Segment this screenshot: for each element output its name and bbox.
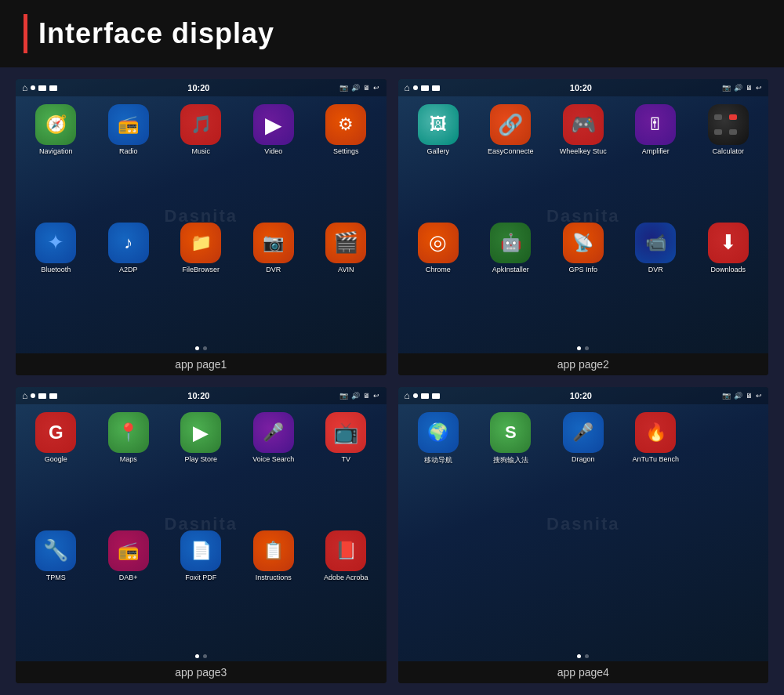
app-gpsinfo[interactable]: 📡 GPS Info — [550, 223, 618, 336]
app-easyconnect[interactable]: 🔗 EasyConnecte — [477, 104, 545, 218]
back-icon-3[interactable]: ↩ — [373, 392, 379, 400]
app-video[interactable]: ▶ Video — [240, 104, 308, 218]
app-radio[interactable]: 📻 Radio — [95, 104, 163, 218]
antutu-icon: 🔥 — [635, 412, 676, 453]
back-icon-4[interactable]: ↩ — [756, 392, 762, 400]
app-avin[interactable]: 🎬 AVIN — [312, 223, 380, 336]
status-dot-3 — [31, 393, 35, 398]
app-acroba[interactable]: 📕 Adobe Acroba — [312, 530, 380, 644]
dvr2-icon: 📹 — [635, 223, 676, 263]
a2dp-icon: ♪ — [108, 223, 149, 263]
app-sougou[interactable]: S 搜狗输入法 — [477, 412, 545, 643]
app-grid-4: 🌍 移动导航 S 搜狗输入法 🎤 Dragon 🔥 AnTuTu Bench — [398, 404, 769, 651]
status-rect-8 — [432, 393, 440, 399]
camera-icon-1: 📷 — [339, 84, 348, 92]
app-tv[interactable]: 📺 TV — [312, 412, 380, 526]
app-navi2[interactable]: 🌍 移动导航 — [405, 412, 473, 643]
app-amplifier[interactable]: 🎚 Amplifier — [622, 104, 690, 218]
header-accent-bar — [24, 14, 27, 53]
video-label: Video — [264, 147, 282, 155]
avin-icon: 🎬 — [325, 223, 366, 263]
page-header: Interface display — [0, 0, 784, 67]
radio-label: Radio — [119, 147, 138, 155]
home-icon-1[interactable]: ⌂ — [22, 82, 27, 93]
dot-3-2 — [203, 654, 207, 658]
screen-icon-3: 🖥 — [363, 392, 370, 400]
status-left-2: ⌂ — [405, 82, 440, 93]
dvr2-label: DVR — [648, 266, 663, 273]
foxitpdf-icon: 📄 — [180, 530, 221, 571]
status-rect-2 — [49, 85, 57, 91]
app-settings[interactable]: ⚙ Settings — [312, 104, 380, 218]
volume-icon-4[interactable]: 🔊 — [734, 392, 742, 400]
downloads-icon: ⬇ — [708, 223, 749, 263]
status-dot-4 — [413, 393, 418, 398]
app-apkinstaller[interactable]: 🤖 ApkInstaller — [477, 223, 545, 336]
app-playstore[interactable]: ▶ Play Store — [167, 412, 235, 526]
tv-label: TV — [341, 455, 350, 463]
tpms-label: TPMS — [46, 574, 66, 581]
status-rect-3 — [421, 85, 429, 91]
app-google[interactable]: G Google — [22, 412, 90, 526]
status-time-2: 10:20 — [570, 83, 592, 92]
dots-4 — [398, 651, 769, 661]
app-antutu[interactable]: 🔥 AnTuTu Bench — [622, 412, 690, 643]
sougou-label: 搜狗输入法 — [493, 455, 528, 465]
home-icon-2[interactable]: ⌂ — [405, 82, 410, 93]
app-calculator[interactable]: Calculator — [695, 104, 763, 218]
dot-1-2 — [203, 346, 207, 350]
screen-icon-2: 🖥 — [746, 84, 753, 92]
app-filebrowser[interactable]: 📁 FileBrowser — [167, 223, 235, 336]
app-dvr[interactable]: 📷 DVR — [240, 223, 308, 336]
app-instructions[interactable]: 📋 Instructions — [240, 530, 308, 644]
amplifier-icon: 🎚 — [635, 104, 676, 145]
volume-icon-3[interactable]: 🔊 — [351, 392, 360, 400]
calculator-label: Calculator — [712, 147, 744, 155]
status-bar-4: ⌂ 10:20 📷 🔊 🖥 ↩ — [398, 387, 769, 404]
voicesearch-icon: 🎤 — [253, 412, 294, 453]
sougou-icon: S — [490, 412, 531, 453]
gallery-icon: 🖼 — [418, 104, 459, 145]
app-dragon[interactable]: 🎤 Dragon — [550, 412, 618, 643]
app-dab[interactable]: 📻 DAB+ — [95, 530, 163, 644]
app-gallery[interactable]: 🖼 Gallery — [405, 104, 473, 218]
app-downloads[interactable]: ⬇ Downloads — [695, 223, 763, 336]
app-a2dp[interactable]: ♪ A2DP — [95, 223, 163, 336]
status-rect-4 — [432, 85, 440, 91]
app-maps[interactable]: 📍 Maps — [95, 412, 163, 526]
tpms-icon: 🔧 — [35, 530, 76, 571]
settings-label: Settings — [333, 147, 359, 155]
panel-label-2: app page2 — [398, 353, 769, 375]
dot-3-1 — [195, 654, 199, 658]
app-voicesearch[interactable]: 🎤 Voice Search — [240, 412, 308, 526]
dots-3 — [16, 651, 387, 661]
home-icon-3[interactable]: ⌂ — [22, 390, 27, 401]
voicesearch-label: Voice Search — [252, 455, 294, 463]
app-navigation[interactable]: 🧭 Navigation — [22, 104, 90, 218]
app-foxitpdf[interactable]: 📄 Foxit PDF — [167, 530, 235, 644]
home-icon-4[interactable]: ⌂ — [405, 390, 410, 401]
app-chrome[interactable]: ◎ Chrome — [405, 223, 473, 336]
gallery-label: Gallery — [426, 147, 449, 155]
dot-1-1 — [195, 346, 199, 350]
navi2-icon: 🌍 — [418, 412, 459, 453]
volume-icon-2[interactable]: 🔊 — [734, 84, 742, 92]
dot-4-2 — [585, 654, 589, 658]
apkinstaller-icon: 🤖 — [490, 223, 531, 263]
status-right-1: 📷 🔊 🖥 ↩ — [339, 84, 379, 92]
app-tpms[interactable]: 🔧 TPMS — [22, 530, 90, 644]
back-icon-1[interactable]: ↩ — [373, 84, 379, 92]
camera-icon-2: 📷 — [722, 84, 731, 92]
back-icon-2[interactable]: ↩ — [756, 84, 762, 92]
status-bar-1: ⌂ 10:20 📷 🔊 🖥 ↩ — [16, 79, 387, 96]
app-dvr2[interactable]: 📹 DVR — [622, 223, 690, 336]
volume-icon-1[interactable]: 🔊 — [351, 84, 360, 92]
status-right-4: 📷 🔊 🖥 ↩ — [722, 392, 762, 400]
app-wheelkey[interactable]: 🎮 Wheelkey Stuc — [550, 104, 618, 218]
app-bluetooth[interactable]: ✦ Bluetooth — [22, 223, 90, 336]
status-dot-2 — [413, 85, 418, 90]
app-music[interactable]: 🎵 Music — [167, 104, 235, 218]
status-time-3: 10:20 — [187, 391, 209, 400]
screen-icon-1: 🖥 — [363, 84, 370, 92]
bluetooth-label: Bluetooth — [41, 266, 71, 273]
